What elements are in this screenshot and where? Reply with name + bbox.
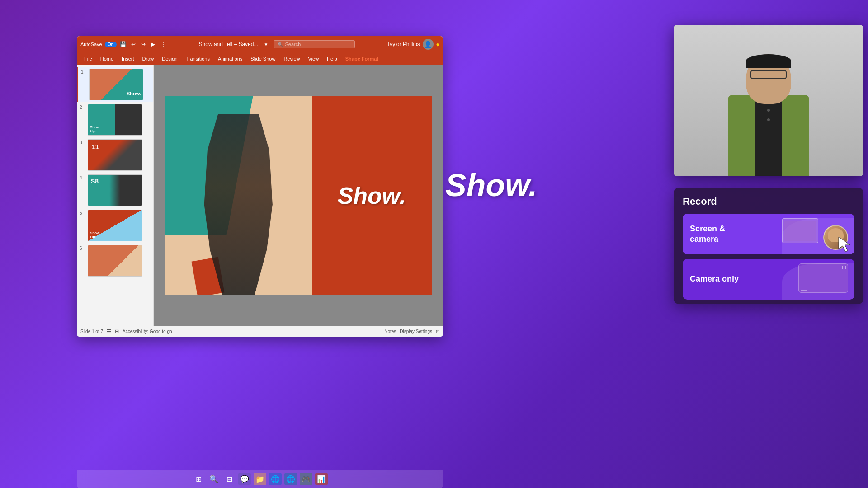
screen-mock [782,218,818,243]
cursor-arrow [836,235,854,254]
taskbar-explorer-icon[interactable]: 📁 [254,473,266,485]
person-head [746,54,791,104]
glasses [750,70,787,79]
svg-marker-0 [839,237,850,252]
tab-insert[interactable]: Insert [118,55,138,62]
fit-to-window-icon[interactable]: ⊡ [436,329,439,334]
taskbar-teams-icon[interactable]: 💬 [238,473,251,485]
status-bar: Slide 1 of 7 ☰ ⊞ Accessibility: Good to … [77,326,443,337]
accessibility-status: Accessibility: Good to go [123,329,172,334]
tab-slideshow[interactable]: Slide Show [247,55,279,62]
taskbar-search-icon[interactable]: 🔍 [208,473,220,485]
share-icon[interactable]: ⋮ [159,40,167,48]
slide-num-1: 1 [81,69,87,75]
ribbon-tabs: File Home Insert Draw Design Transitions… [77,52,443,65]
taskbar-taskview-icon[interactable]: ⊟ [223,473,236,485]
slide-num-5: 5 [80,210,86,216]
status-right: Notes Display Settings ⊡ [384,329,439,334]
show-overlay-text: Show. [445,168,538,203]
display-settings-button[interactable]: Display Settings [400,329,432,334]
notes-view-icon: ☰ [107,328,111,334]
video-panel [674,25,863,176]
slide-preview-4: S8 [88,174,142,206]
record-options: Screen &camera Camera only [683,214,854,300]
taskbar-windows-icon[interactable]: ⊞ [192,473,205,485]
record-camera-only[interactable]: Camera only [683,259,854,300]
save-icon[interactable]: 💾 [119,40,127,48]
title-center: Show and Tell – Saved... ▼ 🔍 [170,40,384,48]
slide-num-2: 2 [80,104,86,110]
person-photo [198,114,279,295]
slide-preview-3: 11 [88,139,142,171]
tab-view[interactable]: View [304,55,322,62]
screen-camera-label: Screen &camera [690,224,725,245]
slide-num-3: 3 [80,139,86,145]
tab-shape-format[interactable]: Shape Format [342,55,382,62]
slide5-text: ShowOff. [90,231,99,239]
slide-right: Show. [312,96,432,295]
tab-file[interactable]: File [80,55,96,62]
video-feed [674,25,863,176]
taskbar: ⊞ 🔍 ⊟ 💬 📁 🌐 🌐 🎮 📊 [77,470,443,488]
taskbar-edge-icon[interactable]: 🌐 [269,473,282,485]
search-input[interactable] [285,42,351,47]
powerpoint-window: AutoSave On 💾 ↩ ↪ ▶ ⋮ Show and Tell – Sa… [77,36,443,337]
slide3-text: 11 [92,143,140,150]
slide-thumb-3[interactable]: 3 11 [77,137,153,173]
slide1-text: Show. [127,91,141,96]
hair [746,54,791,68]
record-panel: Record Screen &camera Camera only [674,188,863,304]
slide-main-text: Show. [338,184,406,207]
slide-left [165,96,312,295]
slide-view-icon: ⊞ [115,328,119,334]
video-person-figure [728,54,809,176]
undo-icon[interactable]: ↩ [129,40,137,48]
titlebar-tools: 💾 ↩ ↪ ▶ ⋮ [119,40,167,48]
user-avatar[interactable]: 👤 [423,39,434,50]
search-box[interactable]: 🔍 [274,40,355,48]
slide-preview-5: ShowOff. [88,210,142,241]
user-info: Taylor Phillips 👤 ♦ [387,39,439,50]
slide-thumb-6[interactable]: 6 [77,243,153,278]
tab-draw[interactable]: Draw [139,55,158,62]
file-title: Show and Tell – Saved... [199,41,259,47]
slide-thumb-2[interactable]: 2 ShowUp. [77,102,153,137]
slide-panel: 1 Show. 2 ShowUp. 3 11 4 S8 [77,65,154,326]
camera-option-mock [798,263,848,293]
tab-animations[interactable]: Animations [214,55,246,62]
show-text-overlay: Show. [445,167,538,203]
camera-only-label: Camera only [690,274,739,284]
record-screen-camera[interactable]: Screen &camera [683,214,854,254]
slide-thumb-4[interactable]: 4 S8 [77,173,153,208]
autosave-toggle[interactable]: On [105,42,117,47]
ppt-body: 1 Show. 2 ShowUp. 3 11 4 S8 [77,65,443,326]
person-body [728,95,809,176]
slide-preview-2: ShowUp. [88,104,142,136]
slide-canvas: Show. [165,96,432,295]
slide-thumb-5[interactable]: 5 ShowOff. [77,208,153,243]
taskbar-ppt-icon[interactable]: 📊 [315,473,328,485]
premium-icon: ♦ [436,41,439,48]
autosave-label: AutoSave [80,42,102,47]
slide-preview-1: Show. [89,69,143,100]
tab-design[interactable]: Design [158,55,181,62]
slide2-text: ShowUp. [90,125,99,133]
search-magnifier-icon: 🔍 [278,42,283,47]
slide-background: Show. [165,96,432,295]
tab-transitions[interactable]: Transitions [182,55,213,62]
slide-num-4: 4 [80,174,86,180]
redo-icon[interactable]: ↪ [139,40,147,48]
slide-num-6: 6 [80,245,86,251]
taskbar-game-icon[interactable]: 🎮 [300,473,312,485]
tab-help[interactable]: Help [323,55,341,62]
file-chevron-icon[interactable]: ▼ [262,40,270,48]
tab-home[interactable]: Home [97,55,117,62]
present-icon[interactable]: ▶ [149,40,157,48]
slide-thumb-1[interactable]: 1 Show. [77,67,153,102]
taskbar-browser-icon[interactable]: 🌐 [284,473,297,485]
tab-review[interactable]: Review [280,55,303,62]
slide4-text: S8 [91,178,140,185]
record-title: Record [683,196,854,207]
notes-button[interactable]: Notes [384,329,396,334]
title-bar: AutoSave On 💾 ↩ ↪ ▶ ⋮ Show and Tell – Sa… [77,36,443,52]
